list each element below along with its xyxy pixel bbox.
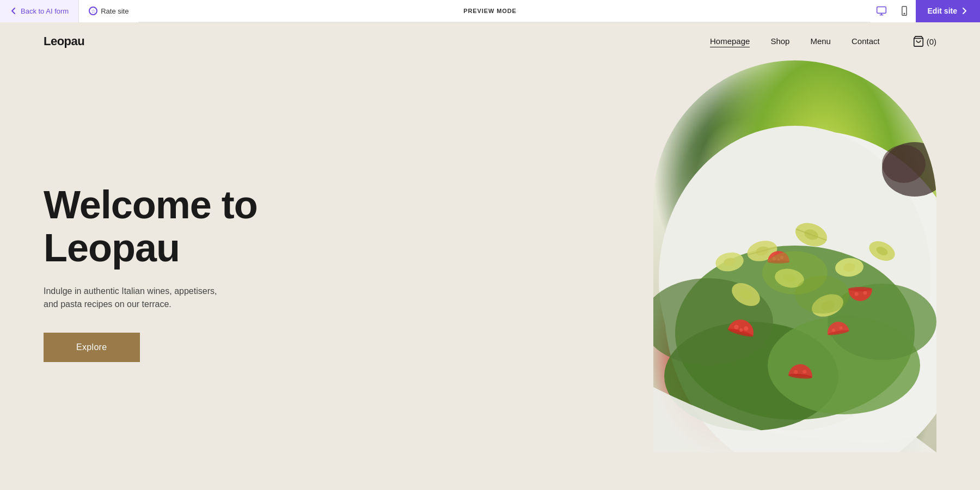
svg-point-35 — [855, 292, 859, 296]
nav-item-homepage[interactable]: Homepage — [710, 36, 750, 46]
food-svg — [653, 60, 936, 452]
hero-food-image — [653, 60, 936, 452]
nav-item-contact[interactable]: Contact — [852, 36, 880, 46]
svg-point-34 — [863, 291, 867, 295]
back-to-form-button[interactable]: Back to AI form — [0, 0, 79, 22]
hero-title: Welcome to Leopau — [44, 183, 316, 270]
cart-count: (0) — [927, 37, 936, 46]
svg-point-49 — [882, 145, 926, 183]
nav-item-shop[interactable]: Shop — [770, 36, 789, 46]
topbar: Back to AI form ☆ Rate site PREVIEW MODE… — [0, 0, 980, 22]
mobile-icon — [899, 5, 910, 16]
chevron-right-icon — [960, 7, 968, 15]
arrow-left-icon — [10, 7, 17, 15]
edit-site-label: Edit site — [928, 7, 957, 15]
desktop-view-button[interactable] — [870, 0, 893, 22]
rate-label: Rate site — [101, 7, 128, 15]
desktop-icon — [876, 5, 887, 16]
preview-mode-label: PREVIEW MODE — [463, 8, 516, 14]
rate-site-button[interactable]: ☆ Rate site — [79, 0, 138, 22]
edit-site-button[interactable]: Edit site — [916, 0, 980, 22]
svg-rect-0 — [877, 7, 886, 14]
site-navbar: Leopau Homepage Shop Menu Contact (0) — [0, 22, 980, 60]
nav-link-homepage[interactable]: Homepage — [710, 36, 750, 47]
topbar-left: Back to AI form ☆ Rate site — [0, 0, 138, 22]
hero-text-block: Welcome to Leopau Indulge in authentic I… — [44, 183, 316, 362]
cart-icon-svg — [912, 35, 924, 47]
rate-icon: ☆ — [89, 7, 97, 15]
svg-point-33 — [848, 287, 872, 291]
explore-button[interactable]: Explore — [44, 333, 140, 362]
mobile-view-button[interactable] — [893, 0, 916, 22]
preview-area: Leopau Homepage Shop Menu Contact (0) — [0, 22, 980, 490]
cart-button[interactable]: (0) — [912, 35, 936, 47]
nav-links: Homepage Shop Menu Contact — [710, 36, 880, 46]
hero-subtitle: Indulge in authentic Italian wines, appe… — [44, 285, 218, 311]
svg-point-47 — [795, 275, 849, 314]
nav-link-contact[interactable]: Contact — [852, 36, 880, 46]
back-label: Back to AI form — [21, 7, 69, 15]
nav-item-menu[interactable]: Menu — [810, 36, 831, 46]
food-image-background — [653, 60, 936, 452]
nav-link-shop[interactable]: Shop — [770, 36, 789, 46]
hero-section: Welcome to Leopau Indulge in authentic I… — [0, 60, 980, 469]
svg-point-2 — [904, 13, 905, 14]
nav-link-menu[interactable]: Menu — [810, 36, 831, 46]
topbar-right: Edit site — [870, 0, 980, 22]
site-logo: Leopau — [44, 34, 84, 48]
